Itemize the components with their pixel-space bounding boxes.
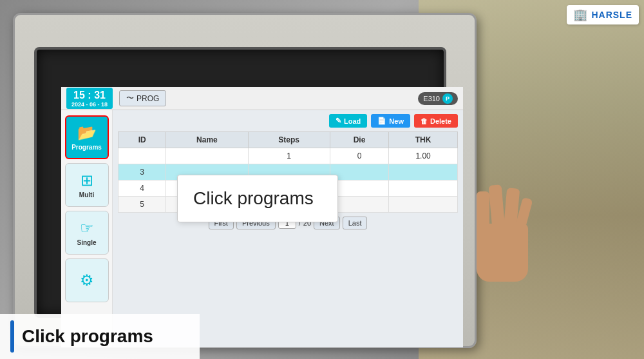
prog-tab[interactable]: 〜 PROG (119, 90, 166, 106)
col-header-id: ID (118, 132, 166, 148)
cell-name (166, 148, 248, 164)
caption-text: Click programs (22, 326, 153, 347)
load-icon: ✎ (336, 117, 341, 125)
cell-thk (389, 164, 458, 180)
programs-label: Programs (71, 144, 102, 151)
sidebar-item-programs[interactable]: 📂 Programs (65, 115, 109, 159)
prog-icon: 〜 (126, 93, 134, 104)
load-label: Load (344, 117, 361, 125)
sidebar-item-multi[interactable]: ⊞ Multi (65, 163, 109, 207)
cell-die (330, 164, 388, 180)
new-button[interactable]: 📄 New (371, 114, 410, 128)
cell-thk: 1.00 (389, 148, 458, 164)
new-label: New (389, 117, 404, 125)
single-label: Single (77, 239, 96, 246)
col-header-name: Name (166, 132, 248, 148)
cell-die (330, 180, 388, 197)
cell-thk (389, 197, 458, 213)
multi-label: Multi (79, 191, 94, 199)
cell-id: 4 (118, 180, 166, 197)
settings-icon: ⚙ (80, 271, 94, 289)
clock-time: 15 : 31 (73, 89, 106, 101)
clock-date: 2024 - 06 - 18 (71, 101, 108, 108)
last-page-button[interactable]: Last (343, 217, 368, 229)
p-badge: P (442, 93, 453, 104)
delete-button[interactable]: 🗑 Delete (414, 114, 458, 128)
load-button[interactable]: ✎ Load (329, 114, 367, 128)
model-label: E310 (423, 95, 440, 102)
tooltip-text: Click programs (193, 188, 314, 208)
sidebar-item-single[interactable]: ☞ Single (65, 211, 109, 255)
toolbar: ✎ Load 📄 New 🗑 Delete (118, 114, 458, 128)
screen: 15 : 31 2024 - 06 - 18 〜 PROG E310 P 📂 P… (61, 87, 463, 347)
logo-text: HARSLE (591, 10, 632, 20)
cell-die: 0 (330, 148, 388, 164)
table-row[interactable]: 1 0 1.00 (118, 148, 458, 164)
cell-die (330, 197, 388, 213)
cell-id (118, 148, 166, 164)
new-icon: 📄 (377, 117, 386, 125)
sidebar-item-settings[interactable]: ⚙ (65, 258, 109, 302)
col-header-steps: Steps (248, 132, 330, 148)
screen-bezel: 15 : 31 2024 - 06 - 18 〜 PROG E310 P 📂 P… (34, 47, 446, 318)
tooltip-popup: Click programs (177, 175, 338, 222)
sidebar: 📂 Programs ⊞ Multi ☞ Single ⚙ (61, 110, 113, 347)
cell-thk (389, 180, 458, 197)
model-badge: E310 P (418, 92, 458, 105)
programs-icon: 📂 (77, 124, 97, 142)
single-icon: ☞ (80, 219, 94, 237)
col-header-thk: THK (389, 132, 458, 148)
caption-bar: Click programs (0, 314, 200, 359)
cell-id: 5 (118, 197, 166, 213)
cell-id: 3 (118, 164, 166, 180)
multi-icon: ⊞ (80, 171, 93, 189)
main-content: ✎ Load 📄 New 🗑 Delete (113, 110, 463, 347)
screen-topbar: 15 : 31 2024 - 06 - 18 〜 PROG E310 P (61, 87, 463, 110)
delete-label: Delete (430, 117, 451, 125)
time-display: 15 : 31 2024 - 06 - 18 (66, 88, 113, 110)
col-header-die: Die (330, 132, 388, 148)
cell-steps: 1 (248, 148, 330, 164)
harsle-logo: 🏢 HARSLE (567, 5, 639, 24)
logo-icon: 🏢 (573, 8, 587, 22)
delete-icon: 🗑 (421, 117, 428, 125)
prog-label: PROG (137, 94, 159, 103)
machine-body: 15 : 31 2024 - 06 - 18 〜 PROG E310 P 📂 P… (13, 13, 477, 348)
caption-accent (10, 320, 14, 353)
